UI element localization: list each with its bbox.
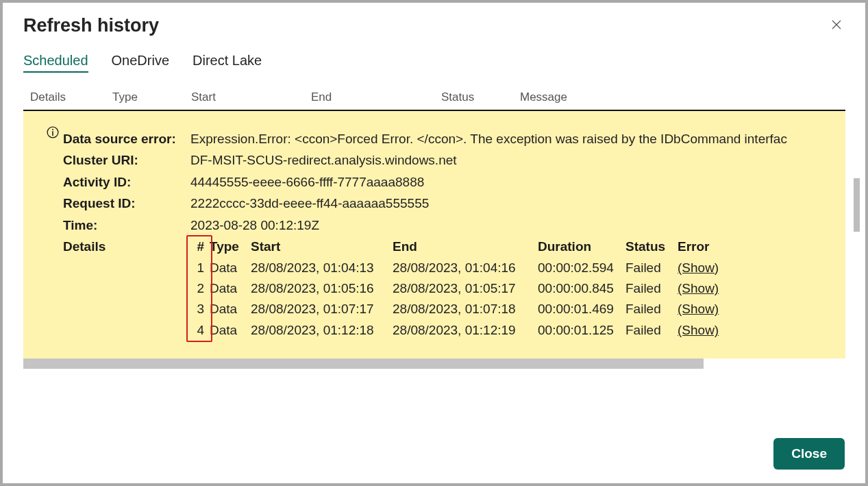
cell-error: (Show) bbox=[678, 278, 732, 299]
value-data-source-error: Expression.Error: <ccon>Forced Error. </… bbox=[190, 129, 787, 149]
label-request-id: Request ID: bbox=[63, 193, 190, 213]
label-activity-id: Activity ID: bbox=[63, 172, 190, 192]
horizontal-scrollbar[interactable] bbox=[23, 359, 704, 369]
cell-start: 28/08/2023, 01:05:16 bbox=[251, 278, 393, 299]
label-data-source-error: Data source error: bbox=[63, 129, 190, 149]
tab-onedrive[interactable]: OneDrive bbox=[112, 53, 169, 73]
col-status: Status bbox=[625, 236, 678, 257]
details-table: # Type Start End Duration Status Error 1… bbox=[190, 236, 732, 341]
close-icon[interactable] bbox=[828, 16, 845, 35]
col-type: Type bbox=[112, 90, 191, 104]
col-num: # bbox=[190, 236, 210, 257]
show-link[interactable]: (Show) bbox=[678, 323, 719, 337]
svg-point-1 bbox=[52, 129, 53, 130]
details-table-header: # Type Start End Duration Status Error bbox=[190, 236, 732, 257]
vertical-scrollbar-thumb[interactable] bbox=[854, 178, 860, 232]
label-details: Details bbox=[63, 236, 190, 341]
tabs: Scheduled OneDrive Direct Lake bbox=[3, 43, 865, 78]
table-row: 4Data28/08/2023, 01:12:1828/08/2023, 01:… bbox=[190, 320, 732, 341]
col-end: End bbox=[311, 90, 441, 104]
cell-end: 28/08/2023, 01:04:16 bbox=[393, 258, 538, 278]
cell-end: 28/08/2023, 01:12:19 bbox=[393, 320, 538, 341]
cell-type: Data bbox=[210, 299, 251, 319]
value-time: 2023-08-28 00:12:19Z bbox=[190, 215, 319, 235]
cell-duration: 00:00:02.594 bbox=[538, 258, 625, 278]
cell-num: 4 bbox=[190, 320, 210, 341]
cell-error: (Show) bbox=[678, 320, 732, 341]
col-status: Status bbox=[441, 90, 520, 104]
label-time: Time: bbox=[63, 215, 190, 235]
tab-scheduled[interactable]: Scheduled bbox=[23, 53, 88, 73]
details-table-container: # Type Start End Duration Status Error 1… bbox=[190, 236, 732, 341]
label-cluster-uri: Cluster URI: bbox=[63, 150, 190, 170]
dialog-footer: Close bbox=[773, 438, 845, 470]
dialog-title: Refresh history bbox=[23, 15, 159, 36]
col-error: Error bbox=[678, 236, 732, 257]
col-start: Start bbox=[191, 90, 311, 104]
cell-status: Failed bbox=[625, 278, 678, 299]
col-end: End bbox=[393, 236, 538, 257]
cell-duration: 00:00:01.469 bbox=[538, 299, 625, 319]
cell-type: Data bbox=[210, 258, 251, 278]
info-icon bbox=[47, 126, 59, 138]
tab-directlake[interactable]: Direct Lake bbox=[193, 53, 262, 73]
cell-status: Failed bbox=[625, 320, 678, 341]
table-row: 1Data28/08/2023, 01:04:1328/08/2023, 01:… bbox=[190, 258, 732, 278]
col-message: Message bbox=[520, 90, 839, 104]
col-start: Start bbox=[251, 236, 393, 257]
show-link[interactable]: (Show) bbox=[678, 281, 719, 295]
cell-num: 1 bbox=[190, 258, 210, 278]
value-request-id: 2222cccc-33dd-eeee-ff44-aaaaaa555555 bbox=[190, 193, 429, 213]
cell-start: 28/08/2023, 01:07:17 bbox=[251, 299, 393, 319]
cell-type: Data bbox=[210, 320, 251, 341]
cell-end: 28/08/2023, 01:05:17 bbox=[393, 278, 538, 299]
svg-rect-2 bbox=[52, 131, 53, 136]
cell-start: 28/08/2023, 01:12:18 bbox=[251, 320, 393, 341]
cell-start: 28/08/2023, 01:04:13 bbox=[251, 258, 393, 278]
col-details: Details bbox=[30, 90, 112, 104]
show-link[interactable]: (Show) bbox=[678, 260, 719, 275]
cell-end: 28/08/2023, 01:07:18 bbox=[393, 299, 538, 319]
col-duration: Duration bbox=[538, 236, 625, 257]
history-table-headers: Details Type Start End Status Message bbox=[23, 85, 845, 111]
value-cluster-uri: DF-MSIT-SCUS-redirect.analysis.windows.n… bbox=[190, 150, 457, 170]
dialog-header: Refresh history bbox=[3, 3, 865, 43]
value-activity-id: 44445555-eeee-6666-ffff-7777aaaa8888 bbox=[190, 172, 424, 192]
cell-type: Data bbox=[210, 278, 251, 299]
cell-duration: 00:00:00.845 bbox=[538, 278, 625, 299]
error-detail-panel: Data source error: Expression.Error: <cc… bbox=[23, 111, 845, 359]
cell-num: 2 bbox=[190, 278, 210, 299]
cell-status: Failed bbox=[625, 299, 678, 319]
show-link[interactable]: (Show) bbox=[678, 302, 719, 316]
history-table: Details Type Start End Status Message bbox=[23, 85, 845, 111]
cell-error: (Show) bbox=[678, 258, 732, 278]
cell-duration: 00:00:01.125 bbox=[538, 320, 625, 341]
cell-num: 3 bbox=[190, 299, 210, 319]
dialog-frame: Refresh history Scheduled OneDrive Direc… bbox=[3, 3, 865, 483]
table-row: 2Data28/08/2023, 01:05:1628/08/2023, 01:… bbox=[190, 278, 732, 299]
cell-error: (Show) bbox=[678, 299, 732, 319]
close-button[interactable]: Close bbox=[773, 438, 845, 470]
table-row: 3Data28/08/2023, 01:07:1728/08/2023, 01:… bbox=[190, 299, 732, 319]
cell-status: Failed bbox=[625, 258, 678, 278]
col-type: Type bbox=[210, 236, 251, 257]
